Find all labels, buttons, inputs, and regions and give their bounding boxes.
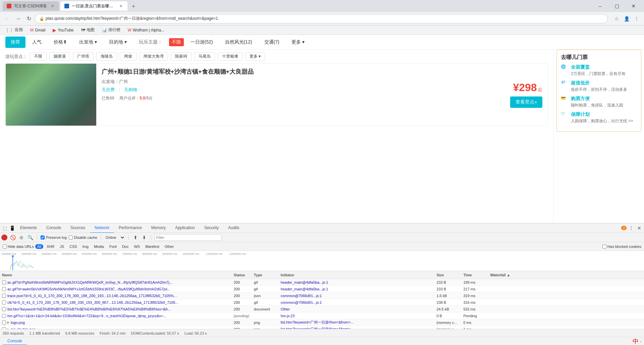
place-zhabowan[interactable]: 闸坡大角湾 <box>139 52 168 61</box>
table-row[interactable]: clk?d=5_0_41_0_170_200_178_300_188_200_1… <box>0 299 644 306</box>
td-initiator-1[interactable]: header_main@4dfa5ba...js:1 <box>279 287 435 291</box>
row-checkbox-5[interactable] <box>2 314 6 318</box>
table-row[interactable]: trace.json?d=5_0_41_0_170_200_178_300_18… <box>0 292 644 299</box>
table-row[interactable]: hm.gif?cc=1&ck=1&cl=24-bit&ds=1536x864&v… <box>0 313 644 319</box>
filter-manifest[interactable]: Manifest <box>143 244 161 249</box>
clear-icon[interactable]: 🚫 <box>9 234 16 241</box>
bookmark-apps[interactable]: ⋮⋮ 应用 <box>3 26 25 33</box>
tab-security[interactable]: Security <box>200 223 223 233</box>
nav-tag-badge[interactable]: 不限 <box>169 38 184 46</box>
filter-font[interactable]: Font <box>107 244 119 249</box>
filter-img[interactable]: Img <box>80 244 91 249</box>
filter-media[interactable]: Media <box>92 244 106 249</box>
tab-qunar[interactable]: 一日游,景点门票去哪儿网 ✕ <box>60 1 127 11</box>
filter-icon[interactable]: ⊘ <box>18 234 25 241</box>
nav-oneday[interactable]: 一日游(52) <box>185 37 218 48</box>
tag-free[interactable]: 无自费 <box>102 87 115 93</box>
back-button[interactable]: ← <box>3 14 12 23</box>
filter-xhr[interactable]: XHR <box>45 244 56 249</box>
has-blocked-label[interactable]: Has blocked cookies <box>602 245 641 249</box>
place-gztower[interactable]: 广州塔 <box>73 52 94 61</box>
tab-memory[interactable]: Memory <box>147 223 170 233</box>
devtools-settings-icon[interactable]: ✕ <box>636 225 643 231</box>
row-checkbox-2[interactable] <box>2 294 6 298</box>
th-initiator[interactable]: Initiator <box>279 273 435 277</box>
preserve-log-label[interactable]: Preserve log <box>41 235 67 239</box>
filter-all[interactable]: All <box>35 244 43 249</box>
nav-departure[interactable]: 出发地 ▾ <box>74 37 102 48</box>
row-checkbox-1[interactable] <box>2 287 6 291</box>
tab-audits[interactable]: Audits <box>223 223 244 233</box>
import-icon[interactable]: ⬆ <box>132 234 139 241</box>
bookmark-rank[interactable]: 📊 排行榜 <box>99 26 123 33</box>
bookmark-wolfram[interactable]: W Wolfram | Alpha... <box>125 27 167 33</box>
devtools-device-icon[interactable]: 📱 <box>9 225 15 231</box>
th-type[interactable]: Type <box>252 273 279 277</box>
tab-network[interactable]: Network <box>90 223 114 233</box>
place-maweidao[interactable]: 马尾岛 <box>194 52 215 61</box>
place-shiliyintan[interactable]: 十里银滩 <box>218 52 243 61</box>
place-chenjia[interactable]: 陈家祠 <box>171 52 192 61</box>
reload-button[interactable]: ↻ <box>24 14 34 23</box>
close-button[interactable]: ✕ <box>626 1 641 11</box>
address-bar[interactable]: 🔒 piao.qunar.com/daytrip/list.htm?keywor… <box>35 14 608 23</box>
bookmark-youtube[interactable]: ▶ YouTube <box>50 27 76 33</box>
disable-cache-checkbox[interactable] <box>69 235 73 239</box>
bottom-tab-console[interactable]: Console <box>3 337 27 345</box>
row-checkbox-0[interactable] <box>2 280 6 284</box>
hide-data-label[interactable]: Hide data URLs <box>3 245 34 249</box>
filter-ws[interactable]: WS <box>132 244 142 249</box>
bookmark-icon[interactable]: ☆ <box>612 14 621 23</box>
table-row[interactable]: ▸ logo.png 200 png list.htm?keyword=广州一日… <box>0 319 644 326</box>
forward-button[interactable]: → <box>13 14 23 23</box>
buy-button[interactable]: 查看景点» <box>510 96 542 108</box>
td-initiator-5[interactable]: hm.js:23 <box>279 314 435 318</box>
td-initiator-0[interactable]: header_main@4dfa5ba...js:1 <box>279 280 435 284</box>
tab-csdn[interactable]: 写文章-CSDN博客 ✕ <box>3 1 59 11</box>
bookmark-map[interactable]: 🗺 地图 <box>78 26 97 33</box>
preserve-log-checkbox[interactable] <box>41 235 45 239</box>
new-tab-button[interactable]: ＋ <box>129 1 138 11</box>
nav-recommended[interactable]: 推荐 <box>5 37 25 48</box>
tab-sources[interactable]: Sources <box>66 223 90 233</box>
th-name[interactable]: Name <box>0 273 232 277</box>
nav-popularity[interactable]: 人气 <box>27 37 47 48</box>
tab-performance[interactable]: Performance <box>114 223 147 233</box>
filter-doc[interactable]: Doc <box>120 244 131 249</box>
tab-close-csdn[interactable]: ✕ <box>50 3 55 9</box>
export-icon[interactable]: ⬇ <box>141 234 148 241</box>
table-row[interactable]: ac.gif?d=PgNxKWnm5bNRNWPnOgNiJXX1QeNRKWQ… <box>0 279 644 286</box>
filter-other[interactable]: Other <box>163 244 176 249</box>
throttle-select[interactable]: Online Fast 3G Slow 3G Offline <box>104 235 125 240</box>
row-checkbox-6[interactable] <box>2 321 6 325</box>
th-size[interactable]: Size <box>434 273 461 277</box>
th-status[interactable]: Status <box>232 273 252 277</box>
devtools-more-icon[interactable]: ⋮ <box>628 225 635 231</box>
th-waterfall[interactable]: Waterfall ▲ <box>488 273 644 277</box>
nav-traffic[interactable]: 交通(7) <box>259 37 285 48</box>
row-checkbox-4[interactable] <box>2 307 6 311</box>
table-row[interactable]: ▸ mp-daytrip.png 200 png list.htm?keywor… <box>0 326 644 329</box>
td-initiator-7[interactable]: list.htm?keyword=广州一日游®ion=&from=... <box>279 327 435 329</box>
more-icon[interactable]: ⋮ <box>632 14 641 23</box>
devtools-inspect-icon[interactable]: ⬚ <box>1 225 8 231</box>
search-icon[interactable]: 🔍 <box>27 234 34 241</box>
place-bengzaice[interactable]: 蹦寨溪 <box>49 52 70 61</box>
tab-close-qunar[interactable]: ✕ <box>118 3 123 9</box>
place-no-limit[interactable]: 不限 <box>30 52 47 61</box>
td-initiator-3[interactable]: common@7066d91...js:1 <box>279 300 435 304</box>
table-row[interactable]: ac.gif?d=awtm5bVxKWfG5nNxNkNm9WYxJztG5bN… <box>0 286 644 292</box>
nav-more[interactable]: 更多 ▾ <box>286 37 310 48</box>
tab-application[interactable]: Application <box>170 223 200 233</box>
table-row[interactable]: list.htm?keyword=%E5%B9%BF%E5%B7%9E%E4%B… <box>0 306 644 313</box>
td-initiator-6[interactable]: list.htm?keyword=广州一日游®ion=&from=... <box>279 320 435 325</box>
tab-elements[interactable]: Elements <box>15 223 42 233</box>
place-hailing[interactable]: 海陵岛 <box>96 52 117 61</box>
row-checkbox-3[interactable] <box>2 300 6 304</box>
filter-js[interactable]: JS <box>58 244 66 249</box>
minimize-button[interactable]: – <box>592 1 608 11</box>
nav-price[interactable]: 价格⬆ <box>48 37 72 48</box>
place-more[interactable]: 更多 ▾ <box>245 52 265 61</box>
hide-data-checkbox[interactable] <box>3 245 7 249</box>
nav-destination[interactable]: 目的地 ▾ <box>104 37 132 48</box>
